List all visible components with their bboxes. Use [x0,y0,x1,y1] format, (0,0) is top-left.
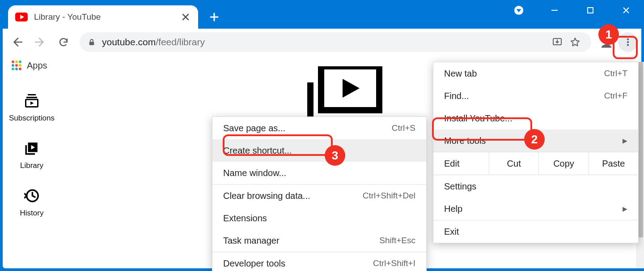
submenu-item-name-window[interactable]: Name window... [212,162,426,184]
dropdown-icon[interactable] [501,0,537,21]
menu-item-exit[interactable]: Exit [433,220,638,243]
browser-toolbar: youtube.com /feed/library [3,29,641,56]
menu-item-edit: Edit Cut Copy Paste [433,152,638,175]
browser-tab[interactable]: Library - YouTube [8,5,198,29]
menu-edit-paste[interactable]: Paste [589,152,638,175]
more-tools-submenu: Save page as... Ctrl+S Create shortcut..… [212,116,427,271]
menu-item-more-tools[interactable]: More tools ▶ [433,129,638,152]
url-host: youtube.com [102,37,156,47]
apps-label[interactable]: Apps [27,60,47,71]
lock-icon [88,38,96,46]
library-icon [22,139,41,158]
sidebar-label: Library [20,161,43,170]
svg-point-11 [627,41,629,43]
svg-point-12 [627,44,629,46]
chrome-main-menu: New tab Ctrl+T Find... Ctrl+F Install Yo… [433,62,639,243]
maximize-button[interactable] [572,0,608,21]
svg-marker-21 [343,79,360,98]
back-button[interactable] [6,31,28,53]
window-titlebar: Library - YouTube [0,0,644,29]
svg-rect-6 [89,42,94,45]
sidebar-item-library[interactable]: Library [20,139,43,170]
youtube-sidebar: Subscriptions Library History [3,75,61,268]
submenu-item-create-shortcut[interactable]: Create shortcut... [212,139,426,162]
menu-item-help[interactable]: Help ▶ [433,198,638,220]
chevron-right-icon: ▶ [623,205,627,212]
menu-edit-cut[interactable]: Cut [489,152,538,175]
apps-icon[interactable] [12,60,21,70]
chrome-menu-button[interactable] [618,32,638,52]
youtube-icon [15,13,28,22]
reload-button[interactable] [53,31,74,53]
sidebar-item-subscriptions[interactable]: Subscriptions [9,91,55,123]
new-tab-button[interactable] [206,9,222,25]
submenu-item-extensions[interactable]: Extensions [212,207,426,229]
menu-item-settings[interactable]: Settings [433,175,638,198]
close-tab-icon[interactable] [180,12,191,22]
submenu-item-task-manager[interactable]: Task manager Shift+Esc [212,229,426,252]
forward-button[interactable] [30,31,51,53]
profile-button[interactable] [597,32,616,52]
address-bar[interactable]: youtube.com /feed/library [80,32,591,52]
svg-rect-5 [588,8,593,13]
bookmark-star-icon[interactable] [567,34,583,50]
tab-title: Library - YouTube [34,12,101,22]
svg-point-9 [604,37,609,42]
url-path: /feed/library [156,37,205,47]
svg-marker-16 [30,102,34,105]
install-pwa-icon[interactable] [549,34,565,50]
menu-item-find[interactable]: Find... Ctrl+F [433,85,638,107]
svg-point-10 [627,38,629,40]
menu-edit-copy[interactable]: Copy [538,152,588,175]
sidebar-label: Subscriptions [9,114,55,123]
submenu-item-developer-tools[interactable]: Developer tools Ctrl+Shift+I [212,252,426,271]
window-controls [501,0,644,21]
submenu-item-save-page[interactable]: Save page as... Ctrl+S [212,117,426,139]
subscriptions-icon [22,91,41,110]
sidebar-label: History [20,209,44,218]
history-icon [22,186,41,205]
close-button[interactable] [608,0,644,21]
chevron-right-icon: ▶ [623,137,627,144]
minimize-button[interactable] [537,0,572,21]
menu-item-new-tab[interactable]: New tab Ctrl+T [433,62,638,85]
submenu-item-clear-data[interactable]: Clear browsing data... Ctrl+Shift+Del [212,185,426,207]
menu-item-install-youtube[interactable]: Install YouTube... [433,107,638,129]
sidebar-item-history[interactable]: History [20,186,44,218]
